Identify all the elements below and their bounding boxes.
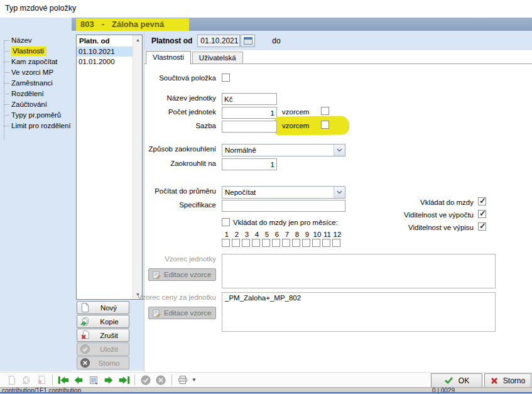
unit-name-label: Název jednotky (144, 94, 216, 102)
nav-last-icon[interactable] (116, 374, 131, 386)
page-title: Typ mzdové položky (5, 4, 76, 13)
flag-vkladat-do-mzdy-checkbox[interactable] (478, 197, 486, 205)
sidebar-item-kam-zapocitat[interactable]: Kam započítat (0, 57, 72, 67)
month-checkbox[interactable] (222, 239, 230, 247)
print-dropdown-arrow[interactable]: ▼ (192, 377, 197, 383)
nav-first-icon[interactable] (56, 374, 71, 386)
tab-bar: Vlastnosti Uživatelská (144, 50, 532, 64)
months-filter-checkbox[interactable] (222, 218, 230, 226)
rounding-method-label: Způsob zaokrouhlení (144, 145, 216, 153)
month-checkbox[interactable] (262, 239, 270, 247)
sidebar-item-ve-vzorci-mp[interactable]: Ve vzorci MP (0, 67, 72, 78)
calendar-button[interactable] (241, 35, 255, 47)
month-checkbox[interactable] (242, 239, 250, 247)
browse-records-icon[interactable] (86, 374, 101, 386)
sum-item-label: Součtová položka (144, 74, 216, 82)
average-select[interactable]: Nepočítat (222, 186, 345, 199)
round-to-label: Zaokrouhlit na (144, 160, 216, 167)
month-numbers: 123456789101112 (222, 231, 342, 238)
flag-viditelnost-vypoctu-checkbox[interactable] (478, 210, 486, 218)
rate-input[interactable] (222, 121, 277, 133)
new-button[interactable]: Nový (77, 301, 129, 314)
sidebar-item-vlastnosti[interactable]: Vlastnosti (0, 46, 72, 57)
validity-strip: Platnost od 01.10.2021 do (144, 31, 532, 50)
flag-viditelnost-vypisu-checkbox[interactable] (478, 222, 486, 231)
nav-prev-icon[interactable] (71, 374, 86, 386)
delete-button[interactable]: Zrušit (77, 329, 129, 342)
month-checkbox[interactable] (282, 239, 290, 247)
month-checkbox[interactable] (272, 239, 280, 247)
months-filter-label: Vkládat do mzdy jen pro měsíce: (233, 219, 338, 226)
chevron-down-icon[interactable] (334, 187, 345, 198)
unit-name-input[interactable] (222, 93, 277, 105)
validity-from-date-field[interactable]: 01.10.2021 (197, 35, 240, 47)
sidebar-item-rozdeleni[interactable]: Rozdělení (0, 89, 72, 99)
toolbar-separator (134, 375, 135, 385)
validity-from-label: Platnost od (151, 36, 192, 45)
storno-record-button[interactable]: Storno (77, 356, 129, 369)
month-checkbox[interactable] (232, 239, 240, 247)
specification-label: Specifikace (144, 201, 216, 209)
cancel-icon[interactable] (153, 374, 168, 386)
edit-unit-formula-button[interactable]: Editace vzorce (148, 268, 216, 281)
toolbar-separator (171, 375, 172, 385)
detail-panel: Platnost od 01.10.2021 do Vlastnosti Uži… (144, 31, 532, 372)
new-record-icon[interactable] (4, 374, 19, 386)
edit-formula-icon (153, 309, 161, 317)
validity-date-list: Platn. od 01.10.2021 01.01.2000 ▲ ▼ (76, 35, 143, 300)
month-checkbox[interactable] (332, 239, 340, 247)
record-header-bar: 803 - Záloha pevná (72, 18, 532, 31)
rate-formula-checkbox[interactable] (321, 121, 329, 129)
copy-pages-icon (80, 317, 90, 326)
sidebar-item-zamestnanci[interactable]: Zaměstnanci (0, 78, 72, 89)
unit-formula-textarea[interactable] (222, 254, 496, 288)
storno-button[interactable]: Storno (484, 373, 531, 388)
calendar-icon (244, 36, 252, 45)
rounding-method-select[interactable]: Normálně (222, 144, 345, 156)
average-label: Počítat do průměru (144, 187, 216, 195)
copy-button[interactable]: Kopie (77, 315, 129, 328)
save-button[interactable]: Uložit (77, 342, 129, 356)
list-item[interactable]: 01.01.2000 (77, 57, 133, 67)
ok-check-icon (444, 376, 453, 385)
specification-input[interactable] (222, 200, 345, 212)
month-checkbox[interactable] (322, 239, 330, 247)
status-divider-line (0, 392, 532, 393)
cancel-circle-x-icon (80, 358, 90, 368)
sidebar-item-limit-pro-rozdeleni[interactable]: Limit pro rozdělení (0, 121, 72, 131)
sidebar-item-typy-pr-pomeru[interactable]: Typy pr.poměrů (0, 110, 72, 121)
rate-formula-label: vzorcem (282, 122, 309, 129)
ok-button[interactable]: OK (431, 373, 482, 388)
month-checkbox[interactable] (292, 239, 300, 247)
unit-count-formula-checkbox[interactable] (321, 107, 329, 115)
price-formula-textarea[interactable]: _PM_Zaloha+_MP_802 (222, 292, 496, 332)
toolbar-separator (52, 375, 53, 385)
print-icon[interactable] (175, 374, 190, 386)
record-code: 803 (80, 19, 94, 29)
scroll-up-icon[interactable]: ▲ (133, 38, 143, 42)
round-to-input[interactable] (222, 158, 277, 170)
month-checkbox[interactable] (302, 239, 310, 247)
delete-page-icon (80, 331, 90, 340)
tab-uzivatelska[interactable]: Uživatelská (192, 52, 243, 63)
nav-next-icon[interactable] (101, 374, 116, 386)
properties-form: Součtová položka Název jednotky Počet je… (144, 64, 532, 371)
new-page-icon (80, 303, 89, 312)
delete-record-icon[interactable] (34, 374, 49, 386)
scrollbar[interactable]: ▲ ▼ (133, 35, 142, 299)
record-header-separator: - (102, 19, 104, 29)
edit-price-formula-button[interactable]: Editace vzorce (148, 307, 216, 319)
tab-vlastnosti[interactable]: Vlastnosti (146, 51, 191, 64)
copy-record-icon[interactable] (19, 374, 34, 386)
sidebar-tree: Název Vlastnosti Kam započítat Ve vzorci… (0, 18, 72, 131)
status-bar: contribution/1F1 contribution 0 | 0029 (0, 387, 532, 394)
month-checkbox[interactable] (252, 239, 260, 247)
sidebar-item-zauctovani[interactable]: Zaúčtování (0, 99, 72, 110)
month-checkbox[interactable] (312, 239, 320, 247)
sidebar-item-nazev[interactable]: Název (0, 35, 72, 46)
accept-icon[interactable] (138, 374, 153, 386)
sum-item-checkbox[interactable] (222, 74, 230, 82)
chevron-down-icon[interactable] (334, 145, 345, 156)
list-item[interactable]: 01.10.2021 (77, 47, 133, 57)
unit-count-input[interactable] (222, 107, 277, 119)
